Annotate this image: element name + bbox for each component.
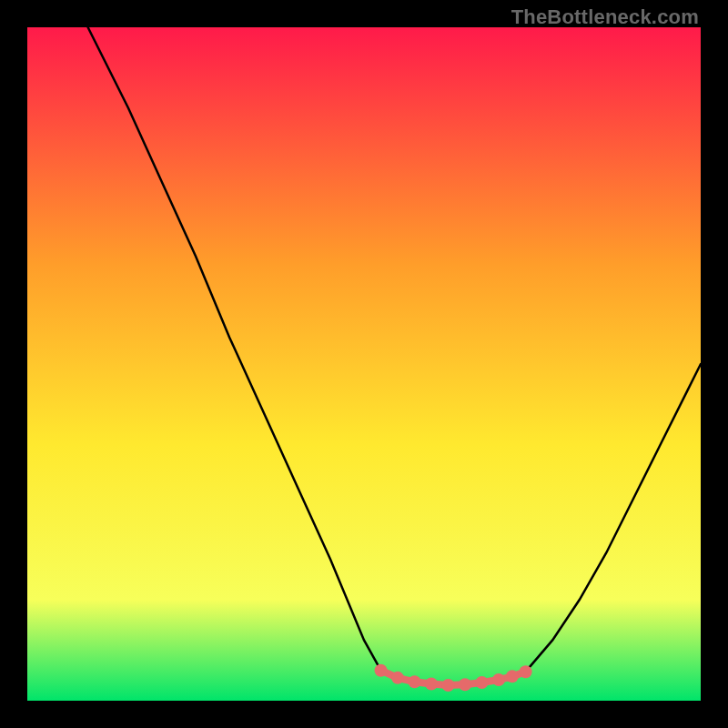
gradient-background — [27, 27, 701, 701]
valley-marker-dot — [520, 665, 532, 678]
valley-marker-dot — [425, 678, 438, 691]
watermark-text: TheBottleneck.com — [511, 5, 699, 29]
valley-marker-dot — [506, 670, 519, 682]
valley-marker-dot — [476, 676, 489, 689]
chart-frame — [27, 27, 701, 701]
valley-marker-dot — [459, 678, 471, 691]
valley-marker-dot — [409, 675, 421, 688]
valley-marker-dot — [492, 673, 505, 686]
valley-marker-dot — [442, 679, 455, 692]
bottleneck-curve-chart — [27, 27, 701, 701]
valley-marker-dot — [391, 672, 404, 684]
valley-marker-dot — [375, 664, 388, 677]
